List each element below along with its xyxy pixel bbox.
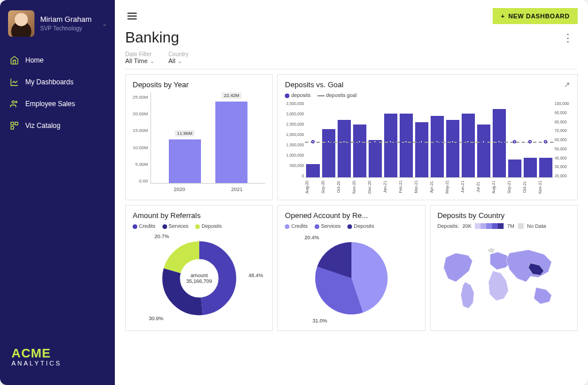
chart-legend: Credits Services Deposits	[133, 223, 265, 229]
bar[interactable]	[400, 114, 413, 177]
color-gradient	[475, 223, 504, 229]
slice-label: 48.4%	[249, 273, 264, 278]
svg-point-0	[12, 101, 14, 103]
bar[interactable]	[446, 120, 459, 177]
filter-label: Country	[168, 51, 188, 57]
bar[interactable]	[477, 125, 490, 177]
user-role: SVP Technology	[40, 25, 96, 32]
pie-chart: 20.4% 31.0%	[285, 231, 417, 325]
goal-marker	[389, 140, 392, 143]
pie-svg[interactable]	[311, 238, 392, 318]
slice-label: 31.0%	[312, 318, 327, 324]
brand-main: ACME	[11, 346, 103, 361]
user-profile[interactable]: Miriam Graham SVP Technology ⌄	[0, 10, 115, 46]
svg-point-1	[16, 101, 17, 103]
user-name: Miriam Graham	[40, 15, 96, 24]
filter-value: All Time ⌄	[125, 57, 154, 64]
chart-legend: deposits deposits goal	[285, 92, 570, 98]
bar[interactable]	[462, 114, 475, 177]
svg-rect-3	[15, 122, 18, 125]
bar[interactable]	[415, 122, 428, 177]
x-axis: Aug-20Sep-20Oct-20Nov-20Dec-20Jan-21Feb-…	[305, 180, 553, 193]
plus-icon: +	[501, 13, 505, 20]
filter-label: Date Filter	[125, 51, 154, 57]
bar-2020[interactable]: 11.96M	[169, 139, 201, 183]
bar[interactable]	[539, 158, 552, 177]
plot-area: Aug-20Sep-20Oct-20Nov-20Dec-20Jan-21Feb-…	[305, 100, 553, 178]
chevron-down-icon: ⌄	[177, 58, 182, 64]
bar[interactable]	[508, 160, 521, 177]
sidebar-item-label: Home	[25, 56, 44, 64]
dashboards-icon	[9, 77, 20, 87]
slice-label: 20.4%	[304, 235, 319, 240]
goal-marker	[544, 140, 547, 143]
bar[interactable]	[338, 120, 351, 177]
sidebar-item-label: Employee Sales	[25, 100, 75, 108]
card-title: Deposits vs. Goal	[285, 80, 570, 89]
sidebar-item-employee-sales[interactable]: Employee Sales	[0, 93, 115, 115]
main-content: + NEW DASHBOARD Banking ⋮ Date Filter Al…	[115, 0, 588, 385]
new-dashboard-label: NEW DASHBOARD	[508, 13, 570, 20]
sidebar-item-home[interactable]: Home	[0, 49, 115, 71]
bar[interactable]	[369, 140, 382, 177]
region-north-america[interactable]	[443, 253, 472, 282]
dashboard-grid: Deposits by Year 25.00M20.00M15.00M10.00…	[125, 74, 578, 377]
user-info: Miriam Graham SVP Technology	[40, 15, 96, 32]
expand-icon[interactable]: ↗	[564, 80, 570, 89]
region-africa[interactable]	[488, 271, 508, 301]
chevron-down-icon[interactable]: ⌄	[102, 21, 107, 27]
world-map[interactable]	[438, 231, 570, 325]
goal-marker	[497, 140, 501, 143]
country-filter[interactable]: Country All ⌄	[168, 51, 188, 64]
bar[interactable]	[353, 125, 366, 177]
catalog-icon	[9, 120, 20, 131]
region-south-america[interactable]	[461, 282, 474, 308]
goal-marker	[342, 140, 346, 143]
sidebar-item-viz-catalog[interactable]: Viz Catalog	[0, 115, 115, 137]
slice-label: 30.9%	[149, 316, 164, 321]
bar[interactable]	[306, 164, 319, 177]
goal-marker	[482, 140, 485, 143]
kebab-menu-icon[interactable]: ⋮	[558, 29, 578, 46]
x-axis: 20202021	[151, 186, 266, 192]
sidebar-item-label: Viz Catalog	[25, 122, 60, 130]
bar[interactable]	[384, 114, 397, 177]
sidebar: Miriam Graham SVP Technology ⌄ Home My D…	[0, 0, 115, 385]
bar-label: 22.42M	[222, 92, 242, 99]
y-axis: 25.00M20.00M15.00M10.00M5.00M0.00	[133, 92, 150, 194]
topbar: + NEW DASHBOARD	[125, 8, 578, 24]
date-filter[interactable]: Date Filter All Time ⌄	[125, 51, 154, 64]
goal-marker	[528, 140, 532, 143]
title-row: Banking ⋮	[125, 29, 578, 46]
bar[interactable]	[524, 158, 537, 177]
card-deposits-vs-goal: ↗ Deposits vs. Goal deposits deposits go…	[277, 74, 578, 200]
bar[interactable]	[431, 116, 444, 177]
bar-label: 11.96M	[175, 130, 195, 137]
card-title: Deposits by Year	[133, 80, 265, 89]
region-australia[interactable]	[533, 287, 551, 304]
goal-marker	[466, 140, 470, 143]
bar-chart: 25.00M20.00M15.00M10.00M5.00M0.00 11.96M…	[133, 92, 265, 194]
region-greenland[interactable]	[487, 247, 494, 253]
bar[interactable]	[322, 129, 335, 177]
brand-sub: ANALYTICS	[11, 360, 103, 367]
sidebar-item-dashboards[interactable]: My Dashboards	[0, 71, 115, 93]
hamburger-icon[interactable]	[125, 10, 139, 22]
goal-marker	[327, 140, 330, 143]
bar-2021[interactable]: 22.42M	[215, 102, 247, 183]
card-deposits-by-country: Deposits by Country Deposits: 20K 7M No …	[430, 205, 578, 331]
map-legend: Deposits: 20K 7M No Data	[438, 223, 570, 229]
region-asia[interactable]	[506, 250, 551, 282]
y-axis-right: 100,00090,00080,00070,00060,00050,00040,…	[554, 100, 570, 194]
y-axis-left: 3,500,0003,000,0002,500,0002,000,0001,50…	[285, 100, 305, 194]
sidebar-item-label: My Dashboards	[25, 78, 74, 86]
card-title: Deposits by Country	[438, 211, 570, 220]
card-deposits-by-year: Deposits by Year 25.00M20.00M15.00M10.00…	[125, 74, 273, 200]
goal-marker	[435, 140, 439, 143]
svg-rect-2	[11, 122, 14, 125]
combo-chart: 3,500,0003,000,0002,500,0002,000,0001,50…	[285, 100, 570, 194]
donut-center: amount 35,166,709	[186, 273, 212, 284]
new-dashboard-button[interactable]: + NEW DASHBOARD	[493, 8, 578, 24]
chevron-down-icon: ⌄	[150, 58, 154, 64]
goal-marker	[358, 140, 361, 143]
